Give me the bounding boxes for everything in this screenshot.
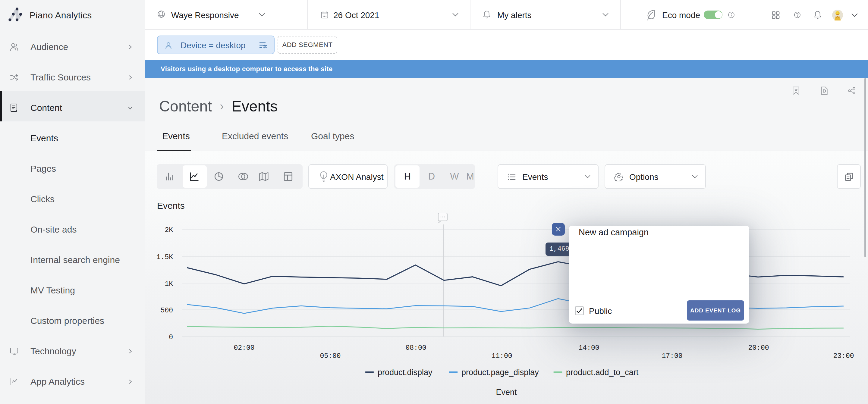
svg-text:02:00: 02:00: [234, 344, 254, 352]
svg-text:Events: Events: [157, 200, 185, 211]
svg-text:0: 0: [169, 334, 173, 341]
svg-text:11:00: 11:00: [491, 352, 512, 360]
svg-text:23:00: 23:00: [833, 352, 854, 360]
svg-text:2K: 2K: [164, 226, 173, 234]
svg-text:05:00: 05:00: [320, 352, 341, 360]
svg-text:17:00: 17:00: [661, 352, 682, 360]
svg-text:1.5K: 1.5K: [156, 253, 173, 261]
svg-text:14:00: 14:00: [578, 344, 599, 352]
svg-text:08:00: 08:00: [405, 344, 426, 352]
svg-text:500: 500: [161, 307, 173, 314]
svg-text:1K: 1K: [164, 280, 173, 288]
svg-text:20:00: 20:00: [748, 344, 769, 352]
